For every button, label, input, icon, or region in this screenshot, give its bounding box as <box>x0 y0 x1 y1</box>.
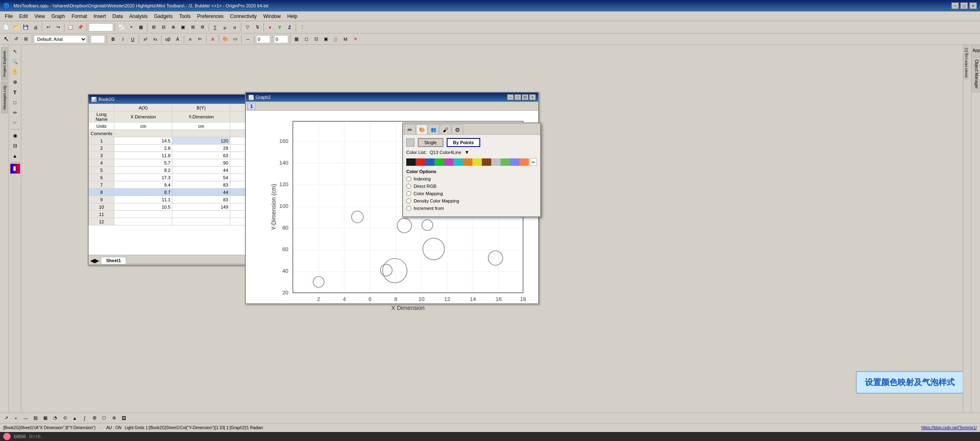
menu-tools[interactable]: Tools <box>176 13 194 20</box>
draw-tool[interactable]: ✏ <box>10 108 20 118</box>
cell[interactable]: 5.7 <box>114 159 172 167</box>
extra1[interactable]: ⋮ <box>298 23 307 32</box>
menu-window[interactable]: Window <box>260 13 284 20</box>
merge-btn[interactable]: ⊡ <box>312 35 321 44</box>
border-color-btn[interactable]: ▭ <box>231 35 240 44</box>
color-map-tool[interactable]: ▊ <box>10 164 20 174</box>
object-manager-tab[interactable]: Object Manager <box>971 56 980 92</box>
mini-tab-settings[interactable]: ⚙ <box>452 125 463 134</box>
apps-tab[interactable]: Apps <box>971 45 980 56</box>
rotate-tool[interactable]: ↺ <box>11 35 20 44</box>
cell[interactable]: 149 <box>172 203 230 211</box>
greek-btn[interactable]: αβ <box>163 35 172 44</box>
sheet-nav-prev[interactable]: ◀ <box>90 257 95 264</box>
radio-directrgb-circle[interactable] <box>406 184 411 189</box>
mini-tab-group[interactable]: 👥 <box>428 125 439 134</box>
open-btn[interactable]: 📂 <box>11 23 20 32</box>
btb-bar2[interactable]: ▤ <box>31 414 40 423</box>
btb-line[interactable]: — <box>21 414 30 423</box>
select-arrow-tool[interactable]: ↖ <box>10 47 20 56</box>
cell[interactable]: 54 <box>172 174 230 181</box>
menu-connectivity[interactable]: Connectivity <box>227 13 260 20</box>
font-name-select[interactable]: Default: Arial <box>34 35 87 43</box>
btb-pie[interactable]: ◔ <box>51 414 60 423</box>
stat2[interactable]: μ <box>220 23 229 32</box>
swatch-peach[interactable] <box>519 158 529 166</box>
menu-analysis[interactable]: Analysis <box>126 13 151 20</box>
close2-btn[interactable]: ✕ <box>351 35 360 44</box>
pattern-btn[interactable]: ▦ <box>292 35 301 44</box>
radio-increment-circle[interactable] <box>406 206 411 211</box>
zoom-in-tool[interactable]: 🔍 <box>10 57 20 67</box>
cell[interactable]: 9.4 <box>114 181 172 189</box>
mini-tab-paintbucket[interactable]: 🖌 <box>440 125 451 134</box>
sheet-nav-next[interactable]: ▶ <box>95 257 99 264</box>
btb-img[interactable]: 🖼 <box>119 414 128 423</box>
close-btn[interactable]: × <box>969 2 977 9</box>
cell[interactable] <box>172 211 230 218</box>
radio-colormapping-circle[interactable] <box>406 191 411 196</box>
print-btn[interactable]: 🖨 <box>31 23 40 32</box>
crosshair-tool[interactable]: ⊕ <box>10 77 20 87</box>
cell[interactable] <box>114 218 172 225</box>
rect-tool[interactable]: □ <box>10 98 20 107</box>
cell[interactable]: 44 <box>172 189 230 196</box>
font-size-input[interactable]: 0 <box>91 35 105 43</box>
row-number[interactable]: 11 <box>89 211 114 218</box>
line-color-input[interactable] <box>274 35 288 43</box>
color-list-dropdown[interactable]: ▼ <box>465 149 470 155</box>
filter-btn[interactable]: ▽ <box>243 23 252 32</box>
btb-area[interactable]: ▲ <box>70 414 79 423</box>
row-number[interactable]: 10 <box>89 203 114 211</box>
cell[interactable]: 8.7 <box>114 189 172 196</box>
underline-btn[interactable]: U <box>128 35 137 44</box>
cell[interactable]: 29 <box>172 145 230 152</box>
row-number[interactable]: 1 <box>89 137 114 145</box>
cell[interactable]: 2.8 <box>114 145 172 152</box>
graph-maximize-btn[interactable]: ⊡ <box>522 94 528 100</box>
minimize-btn[interactable]: − <box>951 2 959 9</box>
stat1[interactable]: ∑ <box>211 23 220 32</box>
cell[interactable]: 14.5 <box>114 137 172 145</box>
project-explorer-tab[interactable]: Project Explorer <box>1 47 8 80</box>
menu-preferences[interactable]: Preferences <box>194 13 227 20</box>
row-number[interactable]: 9 <box>89 196 114 203</box>
radio-indexing-circle[interactable] <box>406 176 411 181</box>
paste-btn[interactable]: 📌 <box>76 23 85 32</box>
swatch-orange[interactable] <box>463 158 472 166</box>
messages-log-tab[interactable]: Messages Log <box>1 82 8 114</box>
scatter-btn[interactable]: ⚬ <box>127 23 136 32</box>
align-left-btn[interactable]: ≡ <box>186 35 195 44</box>
menu-file[interactable]: File <box>2 13 16 20</box>
italic-btn[interactable]: I <box>118 35 127 44</box>
tool1[interactable]: ⊞ <box>149 23 158 32</box>
menu-help[interactable]: Help <box>284 13 301 20</box>
frame-btn[interactable]: ▣ <box>321 35 330 44</box>
row-number[interactable]: 8 <box>89 189 114 196</box>
select-tool[interactable]: ↖ <box>2 35 11 44</box>
code-btn[interactable]: M <box>341 35 350 44</box>
stat3[interactable]: σ <box>230 23 239 32</box>
swatch-green[interactable] <box>434 158 444 166</box>
cell[interactable] <box>172 218 230 225</box>
hat-btn[interactable]: Â <box>173 35 182 44</box>
btb-dot[interactable]: • <box>11 414 20 423</box>
swatch-red[interactable] <box>416 158 425 166</box>
cell[interactable] <box>114 211 172 218</box>
data-reader-tool[interactable]: ◉ <box>10 131 20 140</box>
cell[interactable]: 120 <box>172 137 230 145</box>
copy-btn[interactable]: 📋 <box>66 23 75 32</box>
tool6[interactable]: ⚙ <box>198 23 207 32</box>
x-btn[interactable]: × <box>265 23 274 32</box>
bold-btn[interactable]: B <box>109 35 118 44</box>
tool5[interactable]: ⊞ <box>188 23 197 32</box>
col-a-header[interactable]: A(X) <box>114 104 172 111</box>
btb-col[interactable]: ▦ <box>41 414 50 423</box>
swatch-gray[interactable] <box>491 158 501 166</box>
row-number[interactable]: 3 <box>89 152 114 159</box>
by-points-btn[interactable]: By Points <box>447 138 481 147</box>
cell[interactable]: 10.5 <box>114 203 172 211</box>
swatch-lavender[interactable] <box>510 158 519 166</box>
pattern2-btn[interactable]: ◻ <box>302 35 311 44</box>
save-btn[interactable]: 💾 <box>21 23 30 32</box>
